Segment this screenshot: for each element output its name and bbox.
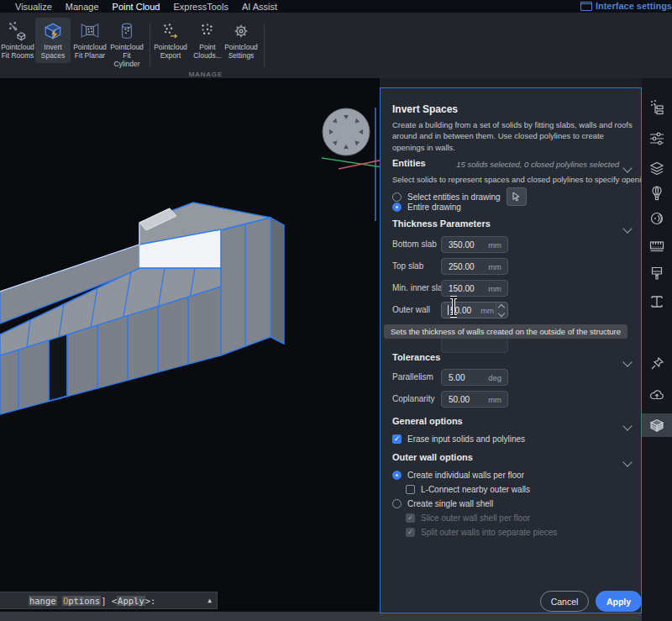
- inner-wall-input[interactable]: [441, 336, 508, 353]
- button-label-line2: Spaces: [35, 51, 71, 60]
- cancel-button[interactable]: Cancel: [540, 591, 589, 612]
- ribbon-button-pointcloud-settings[interactable]: Pointcloud Settings: [223, 19, 259, 60]
- pin-icon[interactable]: [645, 352, 669, 376]
- structure-ibeam-icon[interactable]: [645, 290, 669, 313]
- button-label-line2: Export: [153, 51, 188, 60]
- button-label-line2: Fit Planar: [72, 51, 108, 60]
- ribbon-button-pointcloud-fit-planar[interactable]: Pointcloud Fit Planar: [72, 19, 108, 60]
- ribbon-button-point-clouds[interactable]: Point Clouds...: [190, 19, 225, 60]
- menu-item-expresstools[interactable]: ExpressTools: [166, 1, 234, 13]
- point-cloud-manager-icon[interactable]: [645, 95, 669, 118]
- interface-settings-label: Interface settings: [596, 1, 672, 11]
- command-default-option: Apply: [117, 596, 145, 606]
- radio-label: Create individual walls per floor: [407, 471, 524, 480]
- tolerances-section-label: Tolerances: [392, 352, 440, 362]
- right-toolbar: [642, 78, 672, 621]
- radio-single-wall-shell[interactable]: Create single wall shell: [392, 499, 493, 508]
- checkbox-erase-input[interactable]: ✓ Erase input solids and polylines: [392, 434, 525, 444]
- parallelism-input[interactable]: 5.00 deg: [441, 369, 508, 386]
- ribbon-button-pointcloud-fit-cylinder[interactable]: Pointcloud Fit Cylinder: [109, 19, 144, 69]
- menu-item-point-cloud[interactable]: Point Cloud: [106, 1, 167, 13]
- radio-selected-icon: [392, 203, 402, 212]
- button-label-line2: Clouds...: [190, 51, 225, 60]
- pointcloud-settings-gear-icon: [223, 19, 259, 43]
- button-label-line1: Pointcloud: [0, 43, 35, 51]
- input-value: 5.00: [449, 373, 465, 382]
- button-label-line2: Settings: [223, 51, 259, 60]
- command-prompt-text: ] <: [101, 596, 117, 606]
- ribbon-group-separator: [264, 24, 265, 68]
- 3d-viewport[interactable]: [0, 78, 380, 612]
- input-unit: mm: [488, 262, 501, 271]
- bim-building-icon-active[interactable]: [642, 413, 672, 437]
- command-prompt-option: ptions: [68, 596, 100, 606]
- button-label-line2: Fit Cylinder: [109, 51, 144, 68]
- input-value: 250.00: [449, 262, 475, 271]
- view-navigation-dial: [323, 108, 370, 155]
- command-line[interactable]: hange Options] <Apply>: ▲: [0, 592, 218, 609]
- param-label: Coplanarity: [392, 394, 435, 403]
- interface-settings-button[interactable]: Interface settings: [580, 1, 672, 11]
- ribbon-group-label: MANAGE: [153, 71, 259, 78]
- properties-sliders-icon[interactable]: [645, 127, 669, 150]
- apply-button[interactable]: Apply: [596, 591, 642, 612]
- param-label: Parallelism: [392, 372, 433, 382]
- render-balloon-icon[interactable]: [645, 182, 669, 205]
- ribbon-button-pointcloud-export[interactable]: Pointcloud Export: [153, 19, 188, 60]
- checkbox-unchecked-icon: [406, 485, 415, 494]
- application-window: Visualize Manage Point Cloud ExpressTool…: [0, 0, 672, 621]
- input-unit: mm: [488, 284, 501, 293]
- radio-entire-drawing[interactable]: Entire drawing: [392, 203, 461, 212]
- ribbon-button-invert-spaces[interactable]: Invert Spaces: [35, 18, 71, 63]
- top-slab-input[interactable]: 250.00 mm: [441, 258, 508, 275]
- ribbon-group-separator: [150, 24, 150, 68]
- coplanarity-input[interactable]: 50.00 mm: [441, 391, 508, 408]
- outer-wall-options-collapse-chevron-icon[interactable]: [624, 454, 631, 469]
- thickness-collapse-chevron-icon[interactable]: [624, 220, 631, 235]
- min-inner-slab-input[interactable]: 150.00 mm: [441, 280, 508, 297]
- param-label: Bottom slab: [392, 239, 437, 249]
- layers-icon[interactable]: [645, 156, 669, 180]
- checkbox-lconnect[interactable]: L-Connect nearby outer walls: [406, 485, 530, 494]
- entities-collapse-chevron-icon[interactable]: [624, 160, 631, 175]
- panel-description: Create a building from a set of solids b…: [392, 119, 634, 153]
- command-prompt-option: hange: [29, 596, 57, 606]
- select-cursor-icon: [512, 192, 522, 202]
- outer-wall-options-section-label: Outer wall options: [392, 452, 473, 462]
- menu-item-visualize[interactable]: Visualize: [8, 1, 59, 13]
- radio-label: Create single wall shell: [407, 499, 493, 508]
- menu-bar: Visualize Manage Point Cloud ExpressTool…: [0, 0, 672, 13]
- button-label-line1: Pointcloud: [153, 43, 188, 51]
- menu-item-manage[interactable]: Manage: [59, 1, 106, 13]
- ribbon-button-pointcloud-fit-rooms[interactable]: Pointcloud Fit Rooms: [0, 19, 35, 60]
- general-options-collapse-chevron-icon[interactable]: [624, 418, 631, 433]
- light-icon[interactable]: [645, 207, 669, 230]
- input-unit: mm: [488, 240, 501, 250]
- materials-icon[interactable]: [645, 234, 669, 258]
- button-label-line1: Pointcloud: [72, 43, 108, 51]
- spinner-arrows[interactable]: [496, 303, 507, 317]
- pick-entities-button[interactable]: [507, 187, 527, 206]
- checkbox-disabled-checked-icon: ✓: [406, 528, 415, 537]
- button-label-line1: Invert: [35, 43, 71, 51]
- ribbon: Pointcloud Fit Rooms Invert Spaces: [0, 13, 672, 79]
- entities-hint: Select solids to represent spaces and cl…: [392, 174, 641, 185]
- command-history-expand-icon[interactable]: ▲: [207, 597, 212, 604]
- button-label-line2: Fit Rooms: [0, 51, 35, 60]
- command-prompt-text: >:: [145, 596, 156, 606]
- bottom-slab-input[interactable]: 350.00 mm: [441, 236, 508, 253]
- checkbox-disabled-checked-icon: ✓: [406, 513, 415, 523]
- radio-individual-walls[interactable]: Create individual walls per floor: [392, 471, 524, 480]
- menu-item-ai-assist[interactable]: AI Assist: [235, 1, 284, 13]
- checkbox-label: Erase input solids and polylines: [407, 434, 525, 444]
- radio-icon: [392, 499, 402, 508]
- cloud-upload-icon[interactable]: [645, 383, 669, 407]
- tolerances-collapse-chevron-icon[interactable]: [624, 354, 631, 369]
- point-clouds-icon: [190, 19, 225, 43]
- radio-icon: [392, 192, 402, 202]
- button-label-line1: Point: [190, 43, 225, 51]
- entities-selection-status: 15 solids selected, 0 closed polylines s…: [456, 160, 619, 169]
- panel-drag-handle[interactable]: ····: [380, 78, 642, 87]
- button-label-line1: Pointcloud: [109, 43, 144, 51]
- hatch-brush-icon[interactable]: [645, 261, 669, 285]
